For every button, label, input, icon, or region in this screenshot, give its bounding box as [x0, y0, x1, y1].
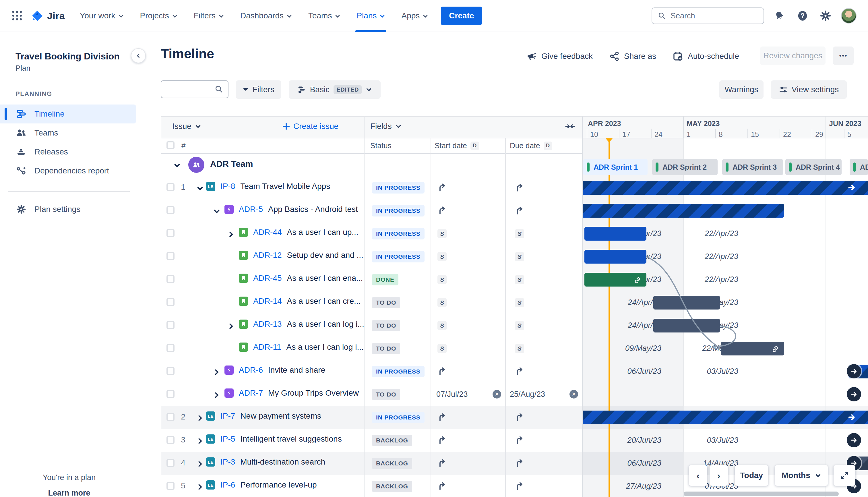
timeline-next-button[interactable]: › — [710, 465, 728, 486]
issue-column-header[interactable]: Issue — [172, 122, 201, 131]
settings-gear-icon[interactable] — [818, 8, 833, 23]
sidebar-collapse-button[interactable] — [131, 48, 146, 63]
horizontal-scrollbar-thumb[interactable] — [684, 492, 839, 496]
learn-more-link[interactable]: Learn more — [0, 489, 138, 497]
row-checkbox[interactable] — [167, 367, 174, 375]
scroll-to-bar-button-ADR-6[interactable] — [847, 364, 861, 379]
gantt-bar-ADR-44[interactable] — [584, 227, 647, 241]
sprint-bar[interactable]: ADR Sprint 4 — [785, 159, 842, 175]
due-date-value[interactable]: 22/Apr/23 — [705, 275, 738, 284]
expand-chevron[interactable] — [196, 482, 204, 491]
clear-date-icon[interactable]: ✕ — [493, 390, 501, 398]
status-badge[interactable]: TO DO — [372, 389, 400, 400]
expand-chevron[interactable] — [213, 207, 221, 215]
gantt-bar-IP-8[interactable] — [582, 181, 868, 195]
collapse-fields-icon[interactable] — [565, 121, 575, 134]
review-changes-button[interactable]: Review changes — [760, 46, 825, 65]
help-icon[interactable]: ? — [795, 8, 810, 23]
issue-key-link[interactable]: IP-3 — [220, 457, 235, 467]
nav-item-filters[interactable]: Filters — [187, 0, 231, 32]
expand-chevron[interactable] — [227, 230, 235, 238]
gantt-bar-ADR-5[interactable] — [582, 204, 784, 218]
issue-key-link[interactable]: ADR-7 — [239, 388, 263, 398]
expand-chevron[interactable] — [196, 437, 204, 444]
timeline-search-input[interactable] — [161, 81, 229, 98]
row-checkbox[interactable] — [167, 321, 174, 329]
status-badge[interactable]: IN PROGRESS — [372, 366, 424, 377]
sprint-bar[interactable]: ADR Sprint 2 — [652, 159, 718, 175]
filters-button[interactable]: Filters — [236, 81, 281, 99]
select-all-checkbox[interactable] — [167, 141, 174, 149]
clear-date-icon[interactable]: ✕ — [569, 390, 578, 398]
issue-key-link[interactable]: ADR-14 — [253, 297, 282, 306]
warnings-button[interactable]: Warnings — [719, 81, 764, 99]
row-checkbox[interactable] — [167, 252, 174, 260]
issue-key-link[interactable]: IP-6 — [220, 480, 235, 489]
sprint-bar[interactable]: ADR Sprint 1 — [583, 159, 648, 175]
nav-item-projects[interactable]: Projects — [133, 0, 185, 32]
expand-chevron[interactable] — [213, 390, 221, 398]
auto-schedule-button[interactable]: Auto-schedule — [673, 48, 739, 64]
issue-key-link[interactable]: IP-5 — [220, 435, 235, 444]
row-checkbox[interactable] — [167, 229, 174, 237]
app-switcher-icon[interactable] — [8, 6, 26, 25]
share-as-button[interactable]: Share as — [610, 48, 656, 64]
issue-key-link[interactable]: ADR-12 — [253, 251, 282, 260]
today-button[interactable]: Today — [735, 465, 768, 486]
nav-item-apps[interactable]: Apps — [394, 0, 435, 32]
sidebar-item-timeline[interactable]: Timeline — [0, 104, 136, 124]
gantt-bar-IP-7[interactable] — [582, 411, 868, 424]
issue-key-link[interactable]: ADR-11 — [253, 342, 281, 352]
group-expand-chevron[interactable] — [173, 161, 182, 169]
issue-key-link[interactable]: IP-7 — [220, 411, 235, 421]
due-date-value[interactable]: 22/Apr/23 — [705, 252, 738, 261]
view-settings-button[interactable]: View settings — [771, 81, 847, 99]
row-checkbox[interactable] — [167, 206, 174, 214]
status-badge[interactable]: BACKLOG — [372, 458, 412, 469]
create-button[interactable]: Create — [441, 6, 482, 25]
more-options-button[interactable]: ••• — [833, 46, 854, 65]
status-badge[interactable]: IN PROGRESS — [372, 251, 424, 262]
nav-item-plans[interactable]: Plans — [350, 0, 392, 32]
status-badge[interactable]: BACKLOG — [372, 435, 412, 446]
sidebar-item-teams[interactable]: Teams — [0, 124, 136, 142]
row-checkbox[interactable] — [167, 459, 174, 467]
sprint-bar[interactable]: ADR Sprint 3 — [722, 159, 783, 175]
row-checkbox[interactable] — [167, 436, 174, 444]
jira-logo[interactable]: Jira — [29, 10, 71, 22]
nav-item-your-work[interactable]: Your work — [73, 0, 131, 32]
issue-key-link[interactable]: ADR-13 — [253, 320, 282, 329]
row-checkbox[interactable] — [167, 183, 174, 191]
gantt-bar-ADR-12[interactable] — [584, 250, 647, 264]
timeline-prev-button[interactable]: ‹ — [689, 465, 707, 486]
due-date-value[interactable]: 25/Aug/23 — [510, 390, 545, 399]
status-badge[interactable]: TO DO — [372, 297, 400, 308]
dependency-link-icon[interactable] — [634, 275, 641, 286]
expand-chevron[interactable] — [196, 413, 204, 422]
status-badge[interactable]: IN PROGRESS — [372, 228, 424, 240]
sidebar-item-releases[interactable]: Releases — [0, 142, 136, 161]
zoom-level-dropdown[interactable]: Months — [775, 465, 828, 486]
user-avatar[interactable] — [841, 8, 856, 24]
row-checkbox[interactable] — [167, 275, 174, 283]
row-checkbox[interactable] — [167, 298, 174, 306]
status-badge[interactable]: IN PROGRESS — [372, 205, 424, 216]
sidebar-item-dependencies-report[interactable]: Dependencies report — [0, 161, 136, 180]
issue-key-link[interactable]: ADR-45 — [253, 274, 282, 283]
issue-key-link[interactable]: IP-8 — [220, 182, 235, 191]
dependency-link-icon[interactable] — [771, 344, 779, 355]
status-badge[interactable]: BACKLOG — [372, 481, 412, 492]
expand-chevron[interactable] — [196, 459, 204, 467]
issue-key-link[interactable]: ADR-6 — [239, 366, 263, 375]
nav-item-teams[interactable]: Teams — [301, 0, 347, 32]
expand-chevron[interactable] — [213, 368, 221, 375]
due-date-value[interactable]: 03/Jul/23 — [707, 436, 738, 445]
sprint-bar[interactable]: ADR Sprint 5 — [850, 159, 868, 175]
global-search-input[interactable]: Search — [652, 8, 764, 24]
view-mode-button[interactable]: Basic EDITED — [289, 81, 381, 99]
notifications-bell-icon[interactable] — [772, 8, 787, 23]
issue-key-link[interactable]: ADR-44 — [253, 228, 282, 237]
start-date-value[interactable]: 07/Jul/23 — [436, 390, 468, 399]
expand-chevron[interactable] — [196, 184, 204, 192]
scroll-to-bar-button-ADR-7[interactable] — [847, 387, 861, 401]
